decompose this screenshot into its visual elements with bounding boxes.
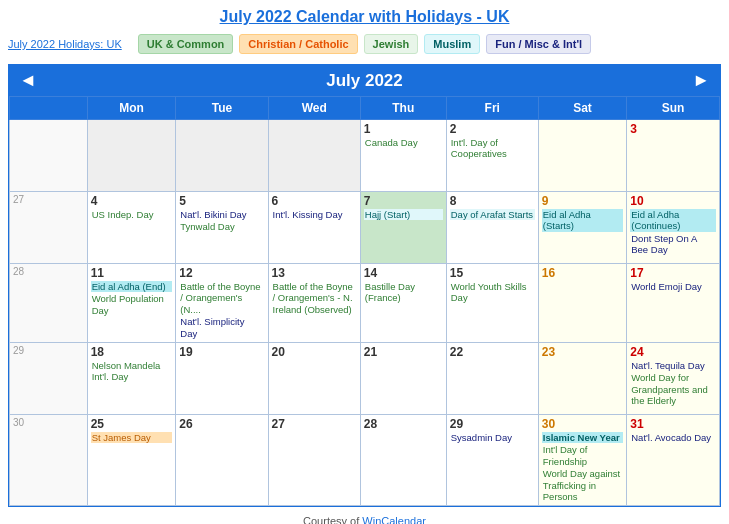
calendar-table: Mon Tue Wed Thu Fri Sat Sun 1 Canada Day xyxy=(9,96,720,506)
event-eid-al-adha-end: Eid al Adha (End) xyxy=(91,281,173,292)
event-eid-al-adha-starts: Eid al Adha (Starts) xyxy=(542,209,623,232)
event-st-james-day: St James Day xyxy=(91,432,173,443)
day-cell-jul1: 1 Canada Day xyxy=(360,120,446,192)
event-natl-simplicity-day: Nat'l. Simplicity Day xyxy=(179,316,264,339)
header-sat: Sat xyxy=(538,97,626,120)
week-number-27: 27 xyxy=(10,192,88,264)
day-cell-jul3: 3 xyxy=(627,120,720,192)
day-cell-jul14: 14 Bastille Day (France) xyxy=(360,264,446,343)
empty-cell xyxy=(268,120,360,192)
empty-cell xyxy=(87,120,176,192)
day-cell-jul26: 26 xyxy=(176,414,268,505)
week-number xyxy=(10,120,88,192)
event-natl-tequila-day: Nat'l. Tequila Day xyxy=(630,360,716,371)
day-cell-jul21: 21 xyxy=(360,342,446,414)
day-cell-jul27: 27 xyxy=(268,414,360,505)
tag-fun[interactable]: Fun / Misc & Int'l xyxy=(486,34,591,54)
header-tue: Tue xyxy=(176,97,268,120)
event-natl-bikini-day: Nat'l. Bikini Day xyxy=(179,209,264,220)
header-thu: Thu xyxy=(360,97,446,120)
event-natl-avocado-day: Nat'l. Avocado Day xyxy=(630,432,716,443)
event-sysadmin-day: Sysadmin Day xyxy=(450,432,535,443)
day-cell-jul25: 25 St James Day xyxy=(87,414,176,505)
empty-cell xyxy=(176,120,268,192)
week-number-28: 28 xyxy=(10,264,88,343)
week-number-29: 29 xyxy=(10,342,88,414)
day-cell-jul9: 9 Eid al Adha (Starts) xyxy=(538,192,626,264)
tag-jewish[interactable]: Jewish xyxy=(364,34,419,54)
next-month-btn[interactable]: ► xyxy=(692,70,710,91)
calendar-wrapper: ◄ July 2022 ► Mon Tue Wed Thu Fri Sat Su… xyxy=(8,64,721,507)
header-fri: Fri xyxy=(446,97,538,120)
event-us-indep-day: US Indep. Day xyxy=(91,209,173,220)
day-cell-jul16: 16 xyxy=(538,264,626,343)
day-cell-jul23: 23 xyxy=(538,342,626,414)
event-tynwald-day: Tynwald Day xyxy=(179,221,264,232)
day-cell-jul31: 31 Nat'l. Avocado Day xyxy=(627,414,720,505)
day-cell-jul7: 7 Hajj (Start) xyxy=(360,192,446,264)
event-intl-day-friendship: Int'l Day of Friendship xyxy=(542,444,623,467)
top-bar: July 2022 Holidays: UK UK & Common Chris… xyxy=(0,30,729,58)
event-intl-kissing-day: Int'l. Kissing Day xyxy=(272,209,357,220)
event-bastille-day: Bastille Day (France) xyxy=(364,281,443,304)
day-cell-jul30: 30 Islamic New Year Int'l Day of Friends… xyxy=(538,414,626,505)
event-hajj-start: Hajj (Start) xyxy=(364,209,443,220)
day-cell-jul4: 4 US Indep. Day xyxy=(87,192,176,264)
page-title: July 2022 Calendar with Holidays - UK xyxy=(0,0,729,30)
week-number-30: 30 xyxy=(10,414,88,505)
day-cell-jul22: 22 xyxy=(446,342,538,414)
tag-uk[interactable]: UK & Common xyxy=(138,34,234,54)
event-battle-boyne-13: Battle of the Boyne / Orangemen's - N. I… xyxy=(272,281,357,315)
day-cell-jul13: 13 Battle of the Boyne / Orangemen's - N… xyxy=(268,264,360,343)
event-battle-boyne-12: Battle of the Boyne / Orangemen's (N.... xyxy=(179,281,264,315)
day-cell-jul15: 15 World Youth Skills Day xyxy=(446,264,538,343)
event-eid-al-adha-continues: Eid al Adha (Continues) xyxy=(630,209,716,232)
week-col-header xyxy=(10,97,88,120)
event-world-youth-skills: World Youth Skills Day xyxy=(450,281,535,304)
day-cell-jul11: 11 Eid al Adha (End) World Population Da… xyxy=(87,264,176,343)
month-title: July 2022 xyxy=(326,71,403,91)
day-cell-jul19: 19 xyxy=(176,342,268,414)
day-cell-jul6: 6 Int'l. Kissing Day xyxy=(268,192,360,264)
day-cell-jul17: 17 World Emoji Day xyxy=(627,264,720,343)
header-wed: Wed xyxy=(268,97,360,120)
day-cell-jul29: 29 Sysadmin Day xyxy=(446,414,538,505)
tag-christian[interactable]: Christian / Catholic xyxy=(239,34,357,54)
event-world-population-day: World Population Day xyxy=(91,293,173,316)
day-cell-jul2-sat xyxy=(538,120,626,192)
event-canada-day: Canada Day xyxy=(364,137,443,148)
event-nelson-mandela: Nelson Mandela Int'l. Day xyxy=(91,360,173,383)
header-mon: Mon xyxy=(87,97,176,120)
day-cell-jul28: 28 xyxy=(360,414,446,505)
event-day-arafat: Day of Arafat Starts xyxy=(450,209,535,220)
prev-month-btn[interactable]: ◄ xyxy=(19,70,37,91)
tag-muslim[interactable]: Muslim xyxy=(424,34,480,54)
day-cell-jul18: 18 Nelson Mandela Int'l. Day xyxy=(87,342,176,414)
event-world-emoji-day: World Emoji Day xyxy=(630,281,716,292)
day-cell-jul5: 5 Nat'l. Bikini Day Tynwald Day xyxy=(176,192,268,264)
holidays-link[interactable]: July 2022 Holidays: UK xyxy=(8,38,122,50)
wincalendar-link[interactable]: WinCalendar xyxy=(362,515,426,524)
day-cell-jul20: 20 xyxy=(268,342,360,414)
calendar-header: ◄ July 2022 ► xyxy=(9,65,720,96)
event-world-day-trafficking: World Day against Trafficking in Persons xyxy=(542,468,623,502)
day-cell-jul24: 24 Nat'l. Tequila Day World Day for Gran… xyxy=(627,342,720,414)
footer: Courtesy of WinCalendar xyxy=(0,511,729,524)
header-sun: Sun xyxy=(627,97,720,120)
event-dont-step-on-bee: Dont Step On A Bee Day xyxy=(630,233,716,256)
day-cell-jul10: 10 Eid al Adha (Continues) Dont Step On … xyxy=(627,192,720,264)
event-world-day-grandparents: World Day for Grandparents and the Elder… xyxy=(630,372,716,406)
day-cell-jul2: 2 Int'l. Day of Cooperatives xyxy=(446,120,538,192)
day-cell-jul12: 12 Battle of the Boyne / Orangemen's (N.… xyxy=(176,264,268,343)
event-islamic-new-year: Islamic New Year xyxy=(542,432,623,443)
day-cell-jul8: 8 Day of Arafat Starts xyxy=(446,192,538,264)
event-intl-day-cooperatives: Int'l. Day of Cooperatives xyxy=(450,137,535,160)
